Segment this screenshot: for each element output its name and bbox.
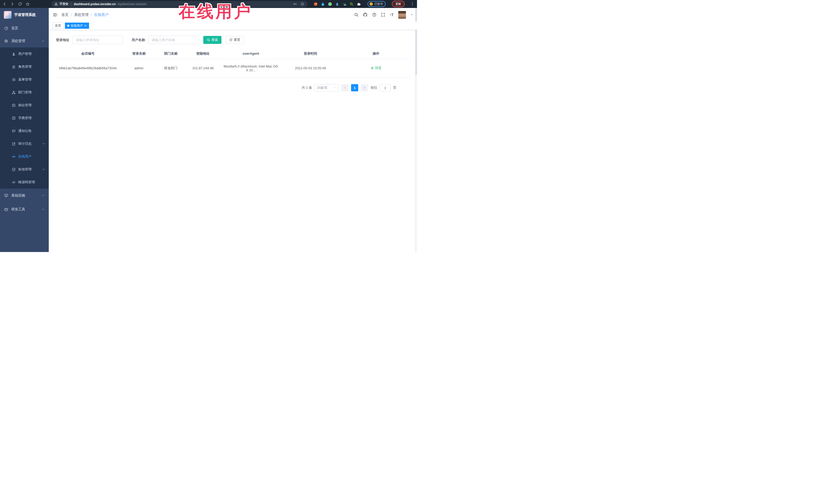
sidebar-item-label: 岗位管理 xyxy=(18,103,31,108)
breadcrumb-system-management[interactable]: 系统管理 xyxy=(74,13,89,17)
sidebar-item-dev-tools[interactable]: 研发工具 xyxy=(0,202,49,216)
url-path: /system/user-session xyxy=(117,2,147,6)
filter-form: 登录地址 用户名称 搜索 重置 xyxy=(56,36,411,44)
app-logo xyxy=(4,11,12,19)
tab-close-icon[interactable] xyxy=(84,24,87,27)
scrollbar-thumb[interactable] xyxy=(415,8,417,75)
chevron-down-icon xyxy=(42,142,45,145)
trash-icon xyxy=(371,66,374,70)
extensions-puzzle-icon[interactable] xyxy=(357,2,361,6)
tab-active-dot xyxy=(67,25,69,27)
cell-login-address: 101.87.244.46 xyxy=(184,65,222,71)
sidebar-item-user-management[interactable]: 用户管理 xyxy=(0,47,49,60)
sidebar-item-dict-management[interactable]: 字典管理 xyxy=(0,112,49,125)
browser-back-button[interactable] xyxy=(3,2,7,6)
extension-icon[interactable] xyxy=(328,2,332,6)
fullscreen-icon[interactable] xyxy=(381,13,385,17)
sidebar-item-home[interactable]: 首页 xyxy=(0,22,49,35)
github-icon[interactable] xyxy=(363,12,368,17)
table-row: bfbb1ab79ba849e49fb26ddb56a73044 admin 研… xyxy=(56,59,411,78)
paused-badge[interactable]: 已暂停 xyxy=(368,1,386,7)
refresh-icon xyxy=(229,38,233,42)
sidebar-item-label: 短信管理 xyxy=(18,167,31,172)
sidebar-item-role-management[interactable]: 角色管理 xyxy=(0,60,49,73)
search-button-label: 搜索 xyxy=(212,38,218,42)
sidebar-item-sms-management[interactable]: 短信管理 xyxy=(0,163,49,176)
browser-home-button[interactable] xyxy=(26,2,30,6)
tab-home[interactable]: 首页 xyxy=(52,23,63,29)
emoji-face-icon xyxy=(369,2,373,6)
page-unit-label: 页 xyxy=(393,85,396,90)
extension-icon[interactable] xyxy=(350,2,354,6)
sidebar-item-label: 角色管理 xyxy=(18,64,31,69)
next-page-button[interactable] xyxy=(361,84,368,91)
screen: 不安全 dashboard.yudao.iocoder.cn/system/us… xyxy=(0,0,417,252)
browser-reload-button[interactable] xyxy=(18,2,22,6)
page-scrollbar[interactable] xyxy=(415,8,417,252)
sidebar-item-notice[interactable]: 通知公告 xyxy=(0,125,49,137)
dashboard-icon xyxy=(4,26,8,30)
current-page-button[interactable]: 1 xyxy=(351,84,358,91)
extension-icon[interactable] xyxy=(342,2,347,6)
sidebar-item-label: 研发工具 xyxy=(11,207,25,212)
user-avatar[interactable] xyxy=(398,11,406,19)
sidebar-item-post-management[interactable]: 岗位管理 xyxy=(0,99,49,112)
font-size-icon[interactable] xyxy=(390,13,394,17)
extension-icon[interactable] xyxy=(313,2,318,6)
column-header: 登录名称 xyxy=(120,51,158,56)
pagination-total: 共 1 条 xyxy=(302,85,312,90)
app-title: 芋道管理系统 xyxy=(14,13,36,17)
sidebar-item-menu-management[interactable]: 菜单管理 xyxy=(0,73,49,86)
browser-forward-button[interactable] xyxy=(10,2,14,6)
sidebar-logo-row: 芋道管理系统 xyxy=(0,8,49,22)
browser-menu-icon[interactable] xyxy=(410,2,414,6)
search-icon[interactable] xyxy=(354,13,358,17)
breadcrumb: 首页 / 系统管理 / 在线用户 xyxy=(61,13,109,17)
system-management-submenu: 用户管理 角色管理 菜单管理 部门管理 岗位管理 xyxy=(0,47,49,189)
not-secure-warning-icon[interactable] xyxy=(54,2,58,6)
browser-update-button[interactable]: 更新 xyxy=(392,1,405,7)
sidebar-item-label: 基础设施 xyxy=(11,193,25,198)
chevron-down-icon xyxy=(42,168,45,171)
force-logout-button[interactable]: 强退 xyxy=(371,66,381,70)
reset-button[interactable]: 重置 xyxy=(225,36,244,44)
login-address-input[interactable] xyxy=(73,36,123,44)
sessions-table: 会话编号 登录名称 部门名称 登陆地址 userAgent 登录时间 操作 bf… xyxy=(56,48,411,78)
sidebar-item-label: 审计日志 xyxy=(18,141,31,146)
org-tree-icon xyxy=(12,91,16,94)
cell-user-agent: Mozilla/5.0 (Macintosh; Intel Mac OS X 1… xyxy=(222,64,280,72)
sidebar-item-label: 部门管理 xyxy=(18,90,31,95)
breadcrumb-current: 在线用户 xyxy=(94,13,109,17)
url-divider xyxy=(71,2,71,6)
page-size-select[interactable]: 20条/页 xyxy=(314,84,339,91)
message-icon xyxy=(12,129,16,133)
edit-icon xyxy=(12,142,16,146)
sidebar-item-department-management[interactable]: 部门管理 xyxy=(0,86,49,99)
cell-login-time: 2021-05-03 23:05:49 xyxy=(280,66,342,70)
sidebar-item-online-users[interactable]: 在线用户 xyxy=(0,150,49,163)
sidebar-item-system-management[interactable]: 系统管理 xyxy=(0,35,49,47)
address-bar[interactable]: 不安全 dashboard.yudao.iocoder.cn/system/us… xyxy=(51,1,307,7)
help-icon[interactable] xyxy=(372,13,376,17)
prev-page-button[interactable] xyxy=(341,84,349,91)
main-area: 首页 / 系统管理 / 在线用户 首页 xyxy=(49,8,417,252)
code-icon xyxy=(12,180,16,184)
username-input[interactable] xyxy=(148,36,199,44)
bookmark-star-icon[interactable] xyxy=(301,2,304,6)
sidebar-item-audit-log[interactable]: 审计日志 xyxy=(0,137,49,150)
sidebar: 芋道管理系统 首页 系统管理 用户管理 角色管理 xyxy=(0,8,49,252)
hamburger-collapse-icon[interactable] xyxy=(52,12,58,17)
tab-online-users[interactable]: 在线用户 xyxy=(65,23,89,29)
avatar-caret-down-icon[interactable] xyxy=(410,13,413,16)
search-button[interactable]: 搜索 xyxy=(203,36,221,44)
extension-icon[interactable] xyxy=(335,2,339,6)
goto-page-input[interactable] xyxy=(380,84,391,91)
breadcrumb-home[interactable]: 首页 xyxy=(61,13,68,17)
sidebar-item-label: 错误码管理 xyxy=(18,180,35,184)
sidebar-item-infrastructure[interactable]: 基础设施 xyxy=(0,189,49,202)
sidebar-item-error-code-management[interactable]: 错误码管理 xyxy=(0,176,49,189)
password-key-icon[interactable] xyxy=(293,2,297,6)
chevron-down-icon xyxy=(42,194,45,197)
sidebar-item-label: 首页 xyxy=(11,26,18,30)
extension-icon[interactable] xyxy=(321,2,325,6)
